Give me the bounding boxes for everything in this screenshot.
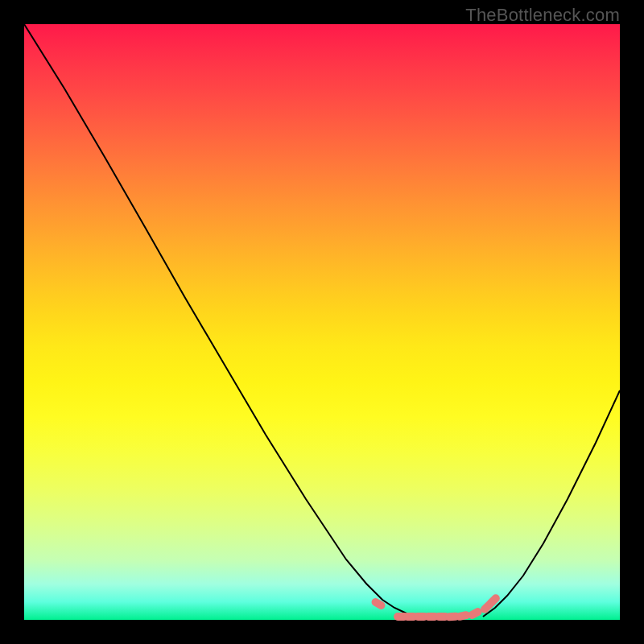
left-curve-path [24,24,419,617]
plot-area [24,24,620,620]
left-curve [24,24,419,617]
chart-container: TheBottleneck.com [0,0,644,644]
right-curve [483,390,620,617]
bottom-markers [370,592,502,621]
chart-svg [24,24,620,620]
marker-point [467,606,484,620]
right-curve-path [483,390,620,617]
marker-point [370,597,387,611]
watermark-text: TheBottleneck.com [465,5,620,26]
